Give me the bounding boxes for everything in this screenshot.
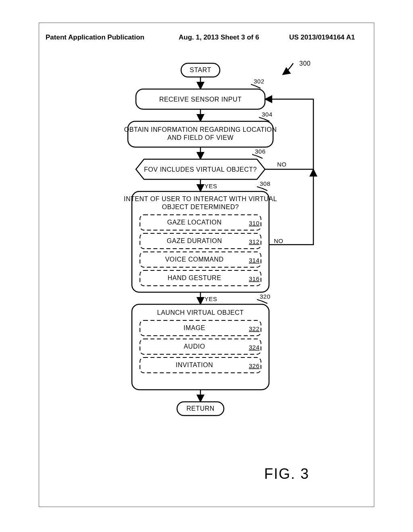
node-308-text1: INTENT OF USER TO INTERACT WITH VIRTUAL	[124, 195, 277, 202]
ref-306: 306	[255, 148, 266, 155]
header-right: US 2013/0194164 A1	[289, 33, 355, 42]
svg-text:GAZE DURATION: GAZE DURATION	[167, 237, 222, 244]
node-304-text1: OBTAIN INFORMATION REGARDING LOCATION	[124, 126, 277, 133]
figure-label: FIG. 3	[264, 466, 309, 482]
branch-308-no: NO	[274, 237, 284, 244]
ref-302: 302	[254, 78, 265, 85]
ref-304: 304	[262, 111, 273, 118]
header-mid: Aug. 1, 2013 Sheet 3 of 6	[179, 33, 259, 42]
svg-text:VOICE COMMAND: VOICE COMMAND	[165, 256, 223, 263]
ref-320: 320	[260, 293, 271, 300]
svg-text:IMAGE: IMAGE	[184, 324, 205, 331]
flowchart-container: 300 START RECEIVE SENSOR INPUT 302 OBTAI…	[88, 59, 338, 454]
ref-300: 300	[299, 60, 311, 67]
svg-text:GAZE LOCATION: GAZE LOCATION	[167, 219, 221, 226]
svg-text:AUDIO: AUDIO	[184, 343, 205, 350]
svg-text:326: 326	[249, 362, 260, 369]
header-left: Patent Application Publication	[46, 33, 144, 42]
node-320-text: LAUNCH VIRTUAL OBJECT	[157, 309, 244, 316]
svg-text:INVITATION: INVITATION	[176, 362, 213, 368]
svg-text:324: 324	[249, 344, 260, 351]
return-label: RETURN	[186, 405, 215, 412]
ref-308: 308	[260, 180, 271, 187]
node-304-text2: AND FIELD OF VIEW	[167, 134, 234, 141]
node-302-text: RECEIVE SENSOR INPUT	[159, 96, 242, 103]
branch-308-yes: YES	[204, 295, 217, 302]
svg-text:314: 314	[249, 257, 260, 264]
branch-306-no: NO	[277, 161, 287, 168]
flowchart-svg: 300 START RECEIVE SENSOR INPUT 302 OBTAI…	[88, 59, 338, 454]
svg-text:312: 312	[249, 238, 260, 245]
node-306-text: FOV INCLUDES VIRTUAL OBJECT?	[144, 166, 257, 173]
svg-text:322: 322	[249, 325, 260, 332]
svg-text:316: 316	[249, 275, 260, 282]
page-frame: Patent Application Publication Aug. 1, 2…	[39, 23, 374, 507]
svg-text:310: 310	[249, 220, 260, 227]
node-308-text2: OBJECT DETERMINED?	[162, 204, 239, 210]
branch-306-yes: YES	[204, 183, 217, 189]
start-label: START	[190, 66, 211, 73]
svg-text:HAND GESTURE: HAND GESTURE	[167, 274, 221, 281]
